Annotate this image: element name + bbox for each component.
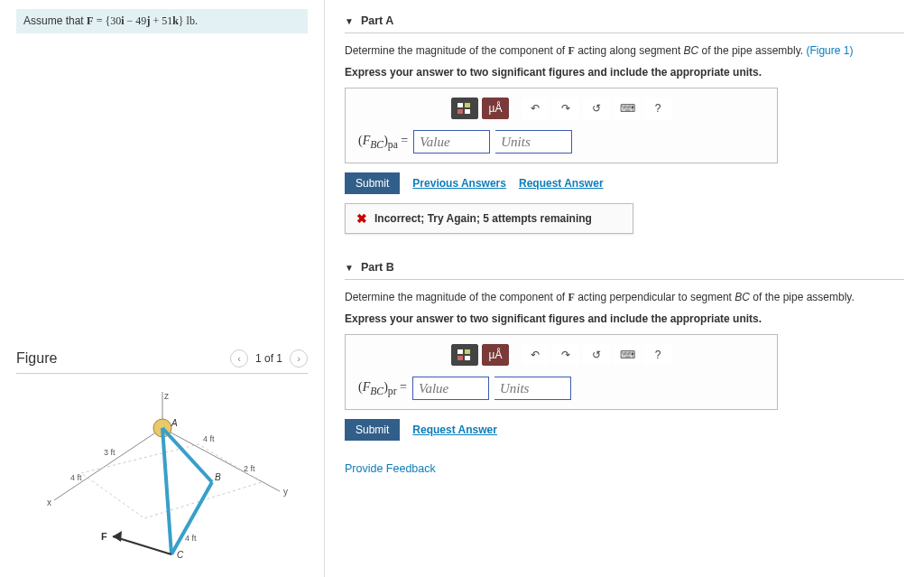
provide-feedback-link[interactable]: Provide Feedback (345, 462, 904, 475)
svg-text:4 ft: 4 ft (203, 434, 215, 443)
svg-line-0 (54, 428, 162, 500)
part-a-header[interactable]: ▼ Part A (345, 9, 904, 33)
given-F: F (87, 14, 93, 27)
figure-diagram: z x y A B C F 3 ft (16, 392, 308, 572)
svg-text:C: C (177, 550, 184, 560)
svg-rect-21 (465, 109, 470, 114)
part-a-input-row: (FBC)pa = (358, 130, 764, 154)
keyboard-icon[interactable]: ⌨ (614, 344, 641, 366)
part-a-submit-button[interactable]: Submit (345, 172, 400, 194)
svg-rect-23 (465, 349, 470, 354)
part-b-value-input[interactable] (412, 377, 489, 400)
part-a-previous-answers[interactable]: Previous Answers (412, 177, 506, 190)
svg-text:F: F (101, 531, 107, 542)
axis-z-label: z (164, 392, 169, 401)
part-a-request-answer[interactable]: Request Answer (519, 177, 604, 190)
part-b-submit-button[interactable]: Submit (345, 419, 400, 441)
part-a-value-input[interactable] (413, 130, 490, 154)
reset-icon[interactable]: ↺ (583, 98, 610, 119)
caret-down-icon: ▼ (345, 263, 354, 273)
pager-text: 1 of 1 (255, 352, 282, 365)
part-b-request-answer[interactable]: Request Answer (412, 423, 497, 436)
axis-x-label: x (47, 498, 51, 507)
part-b-instruct: Express your answer to two significant f… (345, 311, 904, 327)
svg-text:2 ft: 2 ft (244, 464, 255, 473)
feedback-text: Incorrect; Try Again; 5 attempts remaini… (374, 212, 592, 225)
part-a-instruct: Express your answer to two significant f… (345, 64, 904, 80)
axis-y-label: y (283, 487, 288, 497)
part-a-feedback: ✖ Incorrect; Try Again; 5 attempts remai… (345, 203, 633, 234)
keyboard-icon[interactable]: ⌨ (614, 98, 641, 119)
part-b-header[interactable]: ▼ Part B (345, 256, 904, 280)
redo-icon[interactable]: ↷ (552, 344, 579, 366)
svg-text:4 ft: 4 ft (185, 534, 197, 543)
part-b-answer-box: µÅ ↶ ↷ ↺ ⌨ ? (FBC)pr = (345, 334, 778, 410)
given-statement: Assume that F = {30i − 49j + 51k} lb. (16, 9, 308, 33)
svg-text:4 ft: 4 ft (70, 473, 82, 482)
part-b-variable: (FBC)pr = (358, 380, 407, 397)
part-b-input-row: (FBC)pr = (358, 377, 764, 400)
redo-icon[interactable]: ↷ (552, 98, 579, 119)
svg-rect-18 (457, 103, 463, 107)
symbols-icon[interactable]: µÅ (482, 344, 509, 366)
part-b-prompt: Determine the magnitude of the component… (345, 289, 904, 305)
figure-pager: ‹ 1 of 1 › (230, 349, 308, 368)
help-icon[interactable]: ? (644, 98, 671, 119)
svg-rect-24 (457, 356, 463, 360)
symbols-icon[interactable]: µÅ (482, 98, 509, 119)
template-icon[interactable] (451, 344, 478, 366)
given-prefix: Assume that (23, 14, 87, 27)
svg-line-1 (162, 428, 280, 491)
pager-prev[interactable]: ‹ (230, 349, 248, 368)
part-a-toolbar: µÅ ↶ ↷ ↺ ⌨ ? (358, 98, 764, 119)
figure-link[interactable]: (Figure 1) (806, 44, 853, 57)
part-a-section: ▼ Part A Determine the magnitude of the … (345, 9, 904, 234)
template-icon[interactable] (451, 98, 478, 119)
part-b-units-input[interactable] (494, 377, 571, 400)
svg-rect-19 (465, 103, 470, 107)
svg-rect-22 (457, 349, 463, 354)
given-eq: = {30 (97, 14, 122, 27)
undo-icon[interactable]: ↶ (522, 98, 549, 119)
part-a-title: Part A (361, 14, 393, 27)
part-b-title: Part B (361, 261, 394, 274)
svg-line-7 (162, 428, 171, 554)
svg-text:A: A (171, 418, 178, 428)
undo-icon[interactable]: ↶ (522, 344, 549, 366)
part-a-units-input[interactable] (495, 130, 572, 154)
svg-marker-11 (113, 531, 122, 542)
svg-line-9 (171, 482, 212, 554)
svg-rect-25 (465, 356, 470, 360)
pager-next[interactable]: › (290, 349, 308, 368)
caret-down-icon: ▼ (345, 16, 354, 26)
part-b-toolbar: µÅ ↶ ↷ ↺ ⌨ ? (358, 344, 764, 366)
svg-text:3 ft: 3 ft (104, 448, 116, 457)
help-icon[interactable]: ? (644, 344, 671, 366)
svg-line-10 (113, 536, 171, 554)
part-a-variable: (FBC)pa = (358, 134, 408, 151)
part-a-answer-box: µÅ ↶ ↷ ↺ ⌨ ? (FBC)pa = (345, 88, 778, 163)
x-icon: ✖ (356, 211, 367, 226)
svg-rect-20 (457, 109, 463, 114)
part-a-prompt: Determine the magnitude of the component… (345, 42, 904, 59)
svg-text:B: B (215, 472, 221, 482)
reset-icon[interactable]: ↺ (583, 344, 610, 366)
figure-title: Figure (16, 350, 230, 367)
part-b-section: ▼ Part B Determine the magnitude of the … (345, 256, 904, 441)
